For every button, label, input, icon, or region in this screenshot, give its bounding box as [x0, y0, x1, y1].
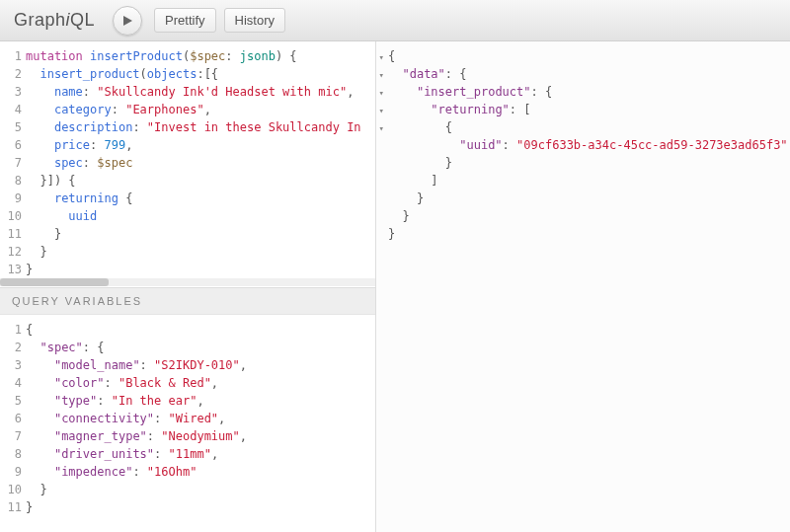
result-pane: ▾▾▾▾▾ { "data": { "insert_product": { "r…: [376, 41, 790, 532]
variables-gutter: 1▾2▾34567891011: [0, 321, 26, 516]
history-button[interactable]: History: [224, 8, 285, 33]
query-variables-header[interactable]: Query Variables: [0, 287, 375, 315]
query-code[interactable]: mutation insertProduct($spec: jsonb) { i…: [26, 47, 375, 278]
toolbar: GraphiQL Prettify History: [0, 0, 790, 41]
graphiql-logo: GraphiQL: [8, 10, 101, 31]
variables-editor[interactable]: 1▾2▾34567891011 { "spec": { "model_name"…: [0, 315, 375, 532]
prettify-button[interactable]: Prettify: [154, 8, 215, 33]
result-gutter: ▾▾▾▾▾: [376, 47, 388, 243]
variables-code[interactable]: { "spec": { "model_name": "S2IKDY-010", …: [26, 321, 375, 516]
left-pane: 1▾2▾345678▾9▾10111213 mutation insertPro…: [0, 41, 376, 532]
scrollbar-thumb[interactable]: [0, 278, 109, 286]
query-hscroll[interactable]: [0, 278, 375, 286]
toolbar-buttons: Prettify History: [154, 8, 285, 33]
main-content: 1▾2▾345678▾9▾10111213 mutation insertPro…: [0, 41, 790, 532]
execute-button[interactable]: [113, 6, 142, 36]
result-code: { "data": { "insert_product": { "returni…: [388, 47, 790, 243]
play-icon: [121, 15, 133, 27]
query-gutter: 1▾2▾345678▾9▾10111213: [0, 47, 26, 278]
query-editor[interactable]: 1▾2▾345678▾9▾10111213 mutation insertPro…: [0, 41, 375, 287]
